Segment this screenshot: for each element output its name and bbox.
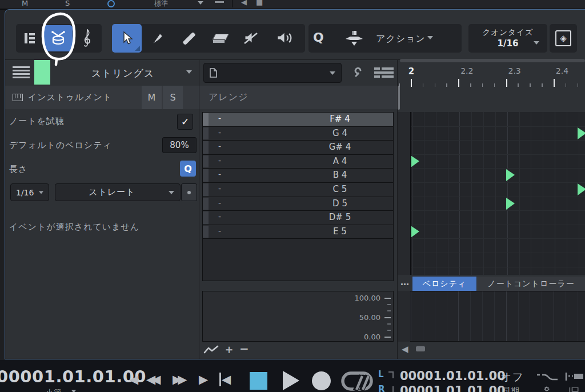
pattern-name-cell[interactable]: - [218,198,241,207]
autoscroll-button[interactable]: ◈ [550,24,577,53]
controller-tab[interactable]: ノートコントローラー [477,277,585,291]
prev-bar-button[interactable]: ◀ [129,373,138,386]
loop-button[interactable] [340,371,374,391]
pitch-name-cell[interactable]: E 5 [303,226,377,237]
drum-view-button[interactable] [44,25,73,51]
velocity-lane[interactable] [410,291,585,342]
loop-end-display[interactable]: 00001.01.01.00 [400,384,506,392]
pitch-name-cell[interactable]: G# 4 [303,142,377,152]
pianoroll-view-button[interactable] [17,25,42,51]
feel-dropdown[interactable]: ストレート [55,183,181,201]
edit-pattern-button[interactable] [347,64,366,81]
horizontal-scrollbar-track[interactable] [400,59,585,62]
pitch-name-cell[interactable]: D 5 [303,198,377,209]
split-tool-button[interactable] [144,25,173,51]
note-grid[interactable] [410,112,585,275]
marker-flag-icon[interactable] [564,373,585,381]
drum-note[interactable] [506,198,515,210]
remove-lane-button[interactable]: − [239,342,249,355]
rewind-button[interactable]: ◀◀ [146,373,157,386]
pitch-name-cell[interactable]: C 5 [303,184,377,194]
length-quantize-button[interactable]: Q [180,161,196,177]
listen-tool-button[interactable] [269,25,300,51]
pattern-name-cell[interactable]: - [218,226,241,235]
play-button[interactable] [283,371,299,390]
next-bar-button[interactable]: ▶ [199,373,208,386]
sync-label[interactable]: 同期 [502,386,520,392]
drum-note[interactable] [411,155,419,167]
pitch-row[interactable]: -F# 4 [203,113,393,127]
audition-checkbox[interactable]: ✓ [177,114,193,130]
loop-start-display[interactable]: 00001.01.01.00 [400,369,506,383]
quantize-group[interactable]: クオンタイズ 1/16 [468,24,547,53]
fast-forward-button[interactable]: ▶▶ [173,373,183,386]
partial-stop-icon[interactable]: ■ [256,0,263,6]
mute-button[interactable]: M [142,86,162,109]
arrow-tool-button[interactable] [112,24,142,53]
score-view-button[interactable] [74,25,101,51]
triplet-dot-button[interactable] [181,183,197,201]
pitch-row[interactable]: -B 4 [203,169,393,183]
record-button[interactable] [312,371,331,390]
list-view-button[interactable] [372,64,395,81]
return-to-start-button[interactable]: ◀ [219,373,231,386]
eraser-tool-button[interactable] [206,25,234,51]
quantize-value[interactable]: 1/16 [498,38,519,49]
record-monitor-icon[interactable] [107,0,115,7]
lane-scroll-left-button[interactable]: ◀ [402,344,408,354]
drum-note[interactable] [506,169,515,181]
pitch-row[interactable]: -G# 4 [203,141,393,155]
pitch-name-cell[interactable]: B 4 [303,170,377,180]
drum-note[interactable] [411,226,419,238]
pitch-name-cell[interactable]: F# 4 [303,114,377,124]
pattern-name-cell[interactable]: - [218,156,241,165]
preset-select[interactable]: 標準 [154,0,168,9]
pitch-row[interactable]: -G 4 [203,127,393,141]
action-dropdown[interactable]: アクション [376,33,426,45]
automation-curve-button[interactable] [202,344,221,355]
drum-note[interactable] [578,183,585,195]
pitch-name-cell[interactable]: G 4 [303,128,377,138]
velocity-tab[interactable]: ベロシティ [412,277,476,291]
pattern-name-cell[interactable]: - [218,170,241,179]
mute-tool-button[interactable] [237,25,265,51]
track-solo-button[interactable]: S [65,0,70,7]
tempo-mode-display[interactable]: オフ [500,370,524,385]
stop-button[interactable] [250,372,267,390]
paint-tool-button[interactable] [175,25,203,51]
solo-button[interactable]: S [163,86,183,109]
default-velocity-field[interactable]: 80% [162,137,197,153]
track-name-select[interactable]: ストリングス [69,67,177,80]
primary-time-display[interactable]: 00001.01.01.00 [0,367,146,386]
pitch-row[interactable]: -D 5 [203,197,393,211]
lane-more-button[interactable]: … [400,277,409,287]
pitch-row[interactable]: -A 4 [203,155,393,169]
pattern-name-cell[interactable]: - [218,114,241,123]
pitch-name-cell[interactable]: D# 5 [303,212,377,222]
zoom-q-button[interactable]: Q [313,30,324,45]
pitch-row[interactable]: -D# 5 [203,211,393,225]
lane-scrollbar-handle[interactable] [416,346,425,351]
pitch-row[interactable]: -C 5 [203,183,393,197]
add-lane-button[interactable]: ＋ [223,342,235,357]
track-color-strip[interactable] [34,60,50,85]
macro-button[interactable] [338,25,370,51]
pattern-name-cell[interactable]: - [218,142,241,151]
pattern-name-cell[interactable]: - [218,212,241,221]
marker-flag-icon-2[interactable] [564,387,585,392]
pattern-name-cell[interactable]: - [218,184,241,193]
settings-gear-icon[interactable] [540,386,553,392]
pitch-name-cell[interactable]: A 4 [303,156,377,166]
drum-note[interactable] [578,127,585,139]
track-mute-button[interactable]: M [22,0,28,7]
pitch-row[interactable]: -E 5 [203,225,393,239]
grid-resolution-dropdown[interactable]: 1/16 [10,183,49,201]
panel-menu-button[interactable] [11,64,31,80]
pattern-select-dropdown[interactable] [203,63,342,83]
partial-prev-icon[interactable]: ◀ [241,0,247,6]
tempo-curve-icon[interactable] [536,373,559,382]
timeline-ruler[interactable]: 22.22.32.4 [397,63,585,112]
pattern-name-cell[interactable]: - [218,128,241,137]
minimize-icon[interactable] [215,1,224,3]
time-unit-select[interactable]: 小節 [46,387,62,392]
